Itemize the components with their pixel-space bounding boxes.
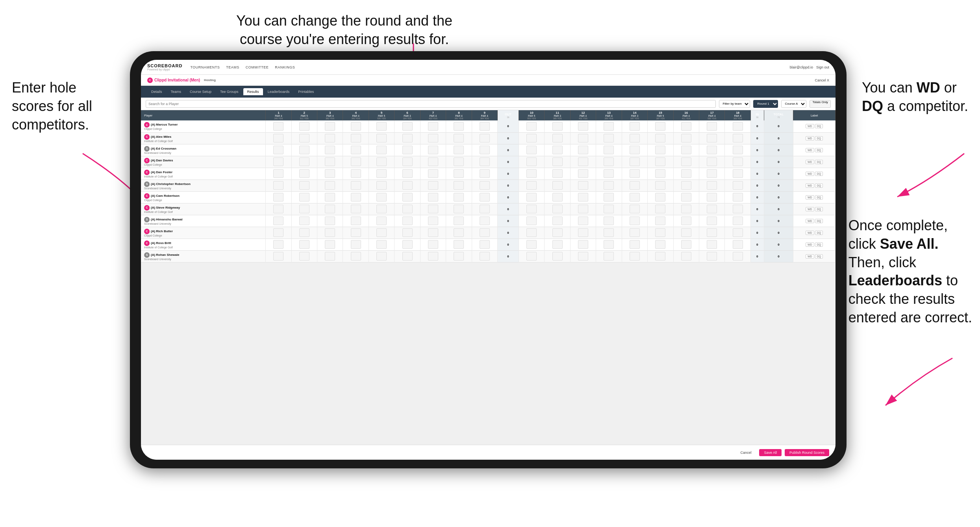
dq-button[interactable]: DQ: [815, 207, 823, 211]
hole-3-input[interactable]: [325, 122, 335, 131]
hole-9-input-cell[interactable]: [472, 203, 497, 215]
hole-17-input[interactable]: [707, 146, 717, 154]
hole-15-input-cell[interactable]: [648, 168, 673, 179]
hole-8-input[interactable]: [454, 240, 464, 249]
hole-10-input[interactable]: [526, 146, 537, 154]
hole-18-input[interactable]: [733, 205, 743, 213]
hole-6-input-cell[interactable]: [395, 227, 420, 239]
hole-9-input[interactable]: [480, 193, 490, 202]
wd-button[interactable]: WD: [806, 136, 814, 141]
hole-2-input[interactable]: [299, 205, 309, 213]
wd-button[interactable]: WD: [806, 254, 814, 259]
hole-3-input[interactable]: [325, 157, 335, 166]
hole-4-input[interactable]: [351, 134, 361, 142]
hole-5-input-cell[interactable]: [369, 203, 394, 215]
hole-17-input[interactable]: [707, 122, 717, 131]
hole-9-input-cell[interactable]: [472, 168, 497, 179]
hole-1-input[interactable]: [273, 216, 283, 225]
hole-5-input[interactable]: [376, 169, 387, 178]
hole-11-input[interactable]: [552, 169, 563, 178]
hole-17-input[interactable]: [707, 181, 717, 190]
hole-4-input-cell[interactable]: [343, 215, 369, 227]
hole-10-input-cell[interactable]: [519, 227, 545, 239]
hole-14-input[interactable]: [630, 157, 640, 166]
hole-8-input-cell[interactable]: [446, 203, 472, 215]
hole-17-input-cell[interactable]: [699, 179, 724, 191]
hole-11-input-cell[interactable]: [545, 239, 570, 250]
hole-12-input-cell[interactable]: [570, 215, 596, 227]
hole-13-input-cell[interactable]: [596, 215, 622, 227]
hole-12-input-cell[interactable]: [570, 203, 596, 215]
hole-1-input-cell[interactable]: [266, 144, 291, 156]
hole-18-input[interactable]: [733, 193, 743, 202]
hole-5-input-cell[interactable]: [369, 191, 394, 203]
hole-17-input-cell[interactable]: [699, 250, 724, 262]
hole-3-input[interactable]: [325, 240, 335, 249]
hole-11-input[interactable]: [552, 122, 563, 131]
hole-16-input[interactable]: [681, 252, 691, 261]
hole-3-input-cell[interactable]: [317, 168, 343, 179]
hole-13-input[interactable]: [604, 181, 614, 190]
hole-1-input-cell[interactable]: [266, 203, 291, 215]
hole-1-input[interactable]: [273, 157, 283, 166]
hole-1-input-cell[interactable]: [266, 168, 291, 179]
hole-12-input[interactable]: [578, 169, 588, 178]
hole-3-input[interactable]: [325, 205, 335, 213]
hole-6-input-cell[interactable]: [395, 156, 420, 168]
hole-11-input[interactable]: [552, 146, 563, 154]
hole-14-input-cell[interactable]: [622, 132, 647, 144]
hole-13-input-cell[interactable]: [596, 203, 622, 215]
save-all-button[interactable]: Save All: [759, 449, 782, 456]
hole-6-input[interactable]: [402, 122, 413, 131]
hole-14-input[interactable]: [630, 216, 640, 225]
hole-18-input-cell[interactable]: [725, 227, 750, 239]
hole-6-input[interactable]: [402, 228, 413, 237]
hole-12-input[interactable]: [578, 181, 588, 190]
hole-8-input-cell[interactable]: [446, 156, 472, 168]
hole-5-input-cell[interactable]: [369, 227, 394, 239]
hole-14-input-cell[interactable]: [622, 179, 647, 191]
hole-4-input[interactable]: [351, 193, 361, 202]
hole-1-input[interactable]: [273, 193, 283, 202]
hole-9-input-cell[interactable]: [472, 227, 497, 239]
hole-9-input-cell[interactable]: [472, 191, 497, 203]
hole-16-input-cell[interactable]: [673, 250, 699, 262]
hole-13-input[interactable]: [604, 193, 614, 202]
hole-12-input[interactable]: [578, 134, 588, 142]
hole-10-input-cell[interactable]: [519, 120, 545, 132]
hole-16-input[interactable]: [681, 134, 691, 142]
hole-8-input[interactable]: [454, 181, 464, 190]
totals-only[interactable]: Totals Only: [810, 100, 831, 108]
hole-14-input-cell[interactable]: [622, 120, 647, 132]
hole-12-input-cell[interactable]: [570, 168, 596, 179]
hole-16-input[interactable]: [681, 157, 691, 166]
hole-6-input[interactable]: [402, 205, 413, 213]
cancel-footer-button[interactable]: Cancel: [735, 449, 756, 456]
hole-18-input[interactable]: [733, 122, 743, 131]
hole-11-input[interactable]: [552, 181, 563, 190]
hole-10-input-cell[interactable]: [519, 179, 545, 191]
hole-2-input-cell[interactable]: [291, 120, 317, 132]
hole-7-input-cell[interactable]: [420, 156, 446, 168]
hole-9-input-cell[interactable]: [472, 179, 497, 191]
hole-6-input-cell[interactable]: [395, 144, 420, 156]
hole-15-input[interactable]: [655, 228, 665, 237]
wd-button[interactable]: WD: [806, 160, 814, 164]
hole-17-input-cell[interactable]: [699, 191, 724, 203]
hole-8-input-cell[interactable]: [446, 179, 472, 191]
hole-1-input-cell[interactable]: [266, 250, 291, 262]
hole-10-input-cell[interactable]: [519, 168, 545, 179]
hole-3-input-cell[interactable]: [317, 239, 343, 250]
hole-5-input[interactable]: [376, 216, 387, 225]
hole-8-input-cell[interactable]: [446, 144, 472, 156]
hole-13-input-cell[interactable]: [596, 191, 622, 203]
hole-4-input[interactable]: [351, 216, 361, 225]
hole-15-input[interactable]: [655, 216, 665, 225]
hole-8-input[interactable]: [454, 134, 464, 142]
hole-9-input[interactable]: [480, 252, 490, 261]
hole-13-input-cell[interactable]: [596, 168, 622, 179]
hole-13-input[interactable]: [604, 146, 614, 154]
hole-3-input-cell[interactable]: [317, 191, 343, 203]
hole-15-input-cell[interactable]: [648, 179, 673, 191]
hole-17-input-cell[interactable]: [699, 144, 724, 156]
